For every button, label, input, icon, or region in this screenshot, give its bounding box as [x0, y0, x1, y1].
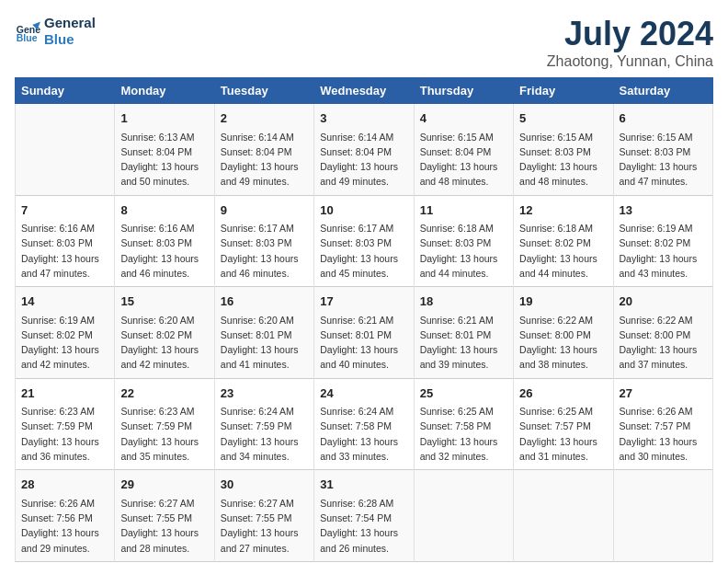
cell-w3-d2: 15Sunrise: 6:20 AM Sunset: 8:02 PM Dayli… [115, 287, 214, 379]
day-number: 11 [420, 201, 507, 220]
day-info: Sunrise: 6:26 AM Sunset: 7:57 PM Dayligh… [620, 404, 707, 464]
day-number: 2 [221, 109, 308, 128]
day-info: Sunrise: 6:13 AM Sunset: 8:04 PM Dayligh… [120, 130, 208, 190]
day-info: Sunrise: 6:19 AM Sunset: 8:02 PM Dayligh… [620, 221, 707, 281]
week-row-4: 21Sunrise: 6:23 AM Sunset: 7:59 PM Dayli… [16, 378, 713, 470]
day-number: 25 [420, 385, 507, 403]
day-info: Sunrise: 6:14 AM Sunset: 8:04 PM Dayligh… [221, 130, 308, 190]
day-number: 9 [221, 201, 308, 220]
logo: General Blue General Blue [15, 15, 96, 48]
cell-w3-d3: 16Sunrise: 6:20 AM Sunset: 8:01 PM Dayli… [214, 287, 313, 379]
cell-w2-d1: 7Sunrise: 6:16 AM Sunset: 8:03 PM Daylig… [16, 195, 115, 287]
day-info: Sunrise: 6:16 AM Sunset: 8:03 PM Dayligh… [120, 221, 208, 281]
day-info: Sunrise: 6:26 AM Sunset: 7:56 PM Dayligh… [21, 496, 108, 556]
title-area: July 2024 Zhaotong, Yunnan, China [547, 15, 713, 70]
day-info: Sunrise: 6:27 AM Sunset: 7:55 PM Dayligh… [120, 496, 208, 556]
day-number: 20 [620, 293, 707, 311]
day-info: Sunrise: 6:18 AM Sunset: 8:03 PM Dayligh… [420, 221, 507, 281]
cell-w1-d6: 5Sunrise: 6:15 AM Sunset: 8:03 PM Daylig… [514, 104, 613, 196]
calendar-title: July 2024 [547, 15, 713, 53]
calendar-table: SundayMondayTuesdayWednesdayThursdayFrid… [15, 77, 713, 562]
cell-w1-d4: 3Sunrise: 6:14 AM Sunset: 8:04 PM Daylig… [314, 104, 414, 196]
header: General Blue General Blue July 2024 Zhao… [15, 15, 713, 70]
week-row-3: 14Sunrise: 6:19 AM Sunset: 8:02 PM Dayli… [16, 287, 713, 379]
day-number: 19 [519, 293, 607, 311]
cell-w4-d6: 26Sunrise: 6:25 AM Sunset: 7:57 PM Dayli… [514, 378, 613, 470]
cell-w1-d5: 4Sunrise: 6:15 AM Sunset: 8:04 PM Daylig… [414, 104, 513, 196]
day-number: 7 [21, 201, 108, 220]
cell-w2-d2: 8Sunrise: 6:16 AM Sunset: 8:03 PM Daylig… [115, 195, 214, 287]
day-info: Sunrise: 6:21 AM Sunset: 8:01 PM Dayligh… [320, 313, 407, 373]
cell-w4-d4: 24Sunrise: 6:24 AM Sunset: 7:58 PM Dayli… [314, 378, 414, 470]
day-number: 12 [519, 201, 607, 220]
day-info: Sunrise: 6:23 AM Sunset: 7:59 PM Dayligh… [21, 404, 108, 464]
cell-w4-d5: 25Sunrise: 6:25 AM Sunset: 7:58 PM Dayli… [414, 378, 513, 470]
day-number: 17 [320, 293, 407, 311]
day-number: 24 [320, 385, 407, 403]
day-info: Sunrise: 6:16 AM Sunset: 8:03 PM Dayligh… [21, 221, 108, 281]
calendar-subtitle: Zhaotong, Yunnan, China [547, 53, 713, 70]
day-info: Sunrise: 6:15 AM Sunset: 8:04 PM Dayligh… [420, 130, 507, 190]
day-number: 31 [320, 476, 407, 494]
logo-icon: General Blue [15, 18, 40, 44]
day-number: 26 [519, 385, 607, 403]
cell-w2-d6: 12Sunrise: 6:18 AM Sunset: 8:02 PM Dayli… [514, 195, 613, 287]
cell-w3-d1: 14Sunrise: 6:19 AM Sunset: 8:02 PM Dayli… [16, 287, 115, 379]
cell-w3-d7: 20Sunrise: 6:22 AM Sunset: 8:00 PM Dayli… [613, 287, 712, 379]
week-row-5: 28Sunrise: 6:26 AM Sunset: 7:56 PM Dayli… [16, 470, 713, 562]
cell-w5-d6 [514, 470, 613, 562]
day-number: 22 [120, 385, 208, 403]
day-number: 4 [420, 109, 507, 128]
day-info: Sunrise: 6:24 AM Sunset: 7:58 PM Dayligh… [320, 404, 407, 464]
svg-text:Blue: Blue [17, 32, 38, 43]
cell-w5-d4: 31Sunrise: 6:28 AM Sunset: 7:54 PM Dayli… [314, 470, 414, 562]
day-info: Sunrise: 6:22 AM Sunset: 8:00 PM Dayligh… [519, 313, 607, 373]
day-number: 30 [221, 476, 308, 494]
day-info: Sunrise: 6:22 AM Sunset: 8:00 PM Dayligh… [620, 313, 707, 373]
header-saturday: Saturday [613, 78, 712, 104]
day-info: Sunrise: 6:18 AM Sunset: 8:02 PM Dayligh… [519, 221, 607, 281]
day-number: 23 [221, 385, 308, 403]
day-info: Sunrise: 6:21 AM Sunset: 8:01 PM Dayligh… [420, 313, 507, 373]
cell-w1-d7: 6Sunrise: 6:15 AM Sunset: 8:03 PM Daylig… [613, 104, 712, 196]
day-number: 27 [620, 385, 707, 403]
logo-line2: Blue [44, 31, 96, 48]
logo-line1: General [44, 15, 96, 31]
cell-w3-d6: 19Sunrise: 6:22 AM Sunset: 8:00 PM Dayli… [514, 287, 613, 379]
day-info: Sunrise: 6:25 AM Sunset: 7:58 PM Dayligh… [420, 404, 507, 464]
day-info: Sunrise: 6:15 AM Sunset: 8:03 PM Dayligh… [620, 130, 707, 190]
day-number: 5 [519, 109, 607, 128]
header-tuesday: Tuesday [214, 78, 313, 104]
day-number: 10 [320, 201, 407, 220]
day-number: 8 [120, 201, 208, 220]
day-info: Sunrise: 6:19 AM Sunset: 8:02 PM Dayligh… [21, 313, 108, 373]
cell-w5-d1: 28Sunrise: 6:26 AM Sunset: 7:56 PM Dayli… [16, 470, 115, 562]
header-friday: Friday [514, 78, 613, 104]
day-number: 13 [620, 201, 707, 220]
day-info: Sunrise: 6:25 AM Sunset: 7:57 PM Dayligh… [519, 404, 607, 464]
cell-w4-d1: 21Sunrise: 6:23 AM Sunset: 7:59 PM Dayli… [16, 378, 115, 470]
cell-w1-d3: 2Sunrise: 6:14 AM Sunset: 8:04 PM Daylig… [214, 104, 313, 196]
cell-w2-d7: 13Sunrise: 6:19 AM Sunset: 8:02 PM Dayli… [613, 195, 712, 287]
cell-w2-d5: 11Sunrise: 6:18 AM Sunset: 8:03 PM Dayli… [414, 195, 513, 287]
calendar-body: 1Sunrise: 6:13 AM Sunset: 8:04 PM Daylig… [16, 104, 713, 562]
cell-w3-d4: 17Sunrise: 6:21 AM Sunset: 8:01 PM Dayli… [314, 287, 414, 379]
cell-w5-d5 [414, 470, 513, 562]
cell-w4-d3: 23Sunrise: 6:24 AM Sunset: 7:59 PM Dayli… [214, 378, 313, 470]
day-info: Sunrise: 6:17 AM Sunset: 8:03 PM Dayligh… [320, 221, 407, 281]
week-row-2: 7Sunrise: 6:16 AM Sunset: 8:03 PM Daylig… [16, 195, 713, 287]
day-info: Sunrise: 6:20 AM Sunset: 8:02 PM Dayligh… [120, 313, 208, 373]
cell-w4-d2: 22Sunrise: 6:23 AM Sunset: 7:59 PM Dayli… [115, 378, 214, 470]
cell-w4-d7: 27Sunrise: 6:26 AM Sunset: 7:57 PM Dayli… [613, 378, 712, 470]
day-info: Sunrise: 6:15 AM Sunset: 8:03 PM Dayligh… [519, 130, 607, 190]
cell-w5-d7 [613, 470, 712, 562]
cell-w3-d5: 18Sunrise: 6:21 AM Sunset: 8:01 PM Dayli… [414, 287, 513, 379]
day-number: 6 [620, 109, 707, 128]
day-info: Sunrise: 6:20 AM Sunset: 8:01 PM Dayligh… [221, 313, 308, 373]
day-number: 28 [21, 476, 108, 494]
cell-w5-d2: 29Sunrise: 6:27 AM Sunset: 7:55 PM Dayli… [115, 470, 214, 562]
header-wednesday: Wednesday [314, 78, 414, 104]
cell-w1-d2: 1Sunrise: 6:13 AM Sunset: 8:04 PM Daylig… [115, 104, 214, 196]
day-info: Sunrise: 6:24 AM Sunset: 7:59 PM Dayligh… [221, 404, 308, 464]
day-info: Sunrise: 6:23 AM Sunset: 7:59 PM Dayligh… [120, 404, 208, 464]
